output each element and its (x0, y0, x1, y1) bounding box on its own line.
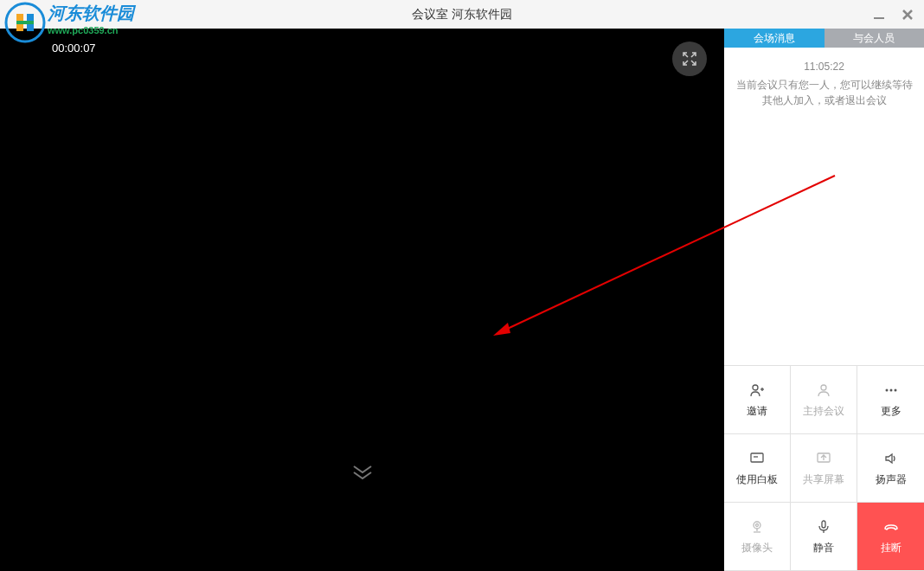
video-area: 00:00:07 (0, 29, 724, 571)
more-button[interactable]: 更多 (857, 366, 924, 434)
svg-rect-6 (16, 21, 34, 24)
mute-button[interactable]: 静音 (791, 503, 857, 571)
watermark: 河东软件园 www.pc0359.cn (4, 2, 134, 43)
share-label: 共享屏幕 (803, 472, 844, 487)
main-area: 00:00:07 会场消息 与会人员 11:05:22 (0, 29, 924, 571)
window-title: 会议室 河东软件园 (412, 7, 512, 22)
expand-handle[interactable] (350, 464, 375, 484)
svg-point-15 (894, 388, 896, 391)
action-grid: 邀请 主持会议 更多 使用白板 (724, 365, 924, 571)
more-label: 更多 (881, 404, 902, 419)
share-screen-icon (815, 450, 832, 467)
whiteboard-icon (748, 450, 766, 467)
call-timer: 00:00:07 (52, 42, 96, 55)
svg-point-20 (756, 523, 759, 526)
host-button[interactable]: 主持会议 (791, 366, 857, 434)
svg-marker-8 (493, 323, 510, 336)
sidebar-tabs: 会场消息 与会人员 (724, 29, 924, 48)
svg-point-19 (754, 522, 760, 529)
camera-button[interactable]: 摄像头 (724, 503, 791, 571)
invite-label: 邀请 (747, 404, 767, 419)
speaker-button[interactable]: 扬声器 (857, 434, 924, 503)
tab-participants[interactable]: 与会人员 (825, 29, 925, 48)
message-timestamp: 11:05:22 (733, 61, 915, 73)
watermark-logo-icon (4, 2, 46, 43)
svg-point-9 (753, 385, 758, 390)
message-text: 当前会议只有您一人，您可以继续等待其他人加入，或者退出会议 (733, 77, 915, 108)
chevron-down-double-icon (350, 464, 375, 481)
watermark-url: www.pc0359.cn (48, 25, 134, 35)
speaker-icon (882, 450, 900, 467)
mute-label: 静音 (813, 541, 834, 555)
whiteboard-button[interactable]: 使用白板 (724, 434, 791, 503)
speaker-label: 扬声器 (876, 472, 907, 487)
host-label: 主持会议 (803, 404, 844, 419)
fullscreen-button[interactable] (672, 42, 707, 76)
titlebar: 会议室 河东软件园 (0, 0, 924, 29)
svg-point-13 (885, 388, 888, 391)
svg-point-12 (821, 385, 826, 390)
hangup-button[interactable]: 挂断 (857, 503, 924, 571)
watermark-title: 河东软件园 (48, 2, 134, 25)
window-controls (871, 7, 915, 22)
more-icon (882, 382, 900, 399)
invite-button[interactable]: 邀请 (724, 366, 791, 434)
share-button[interactable]: 共享屏幕 (791, 434, 857, 503)
hangup-icon (882, 518, 900, 536)
whiteboard-label: 使用白板 (736, 472, 778, 487)
camera-icon (748, 518, 766, 536)
invite-icon (748, 382, 766, 399)
host-icon (815, 382, 832, 399)
minimize-button[interactable] (871, 7, 887, 22)
svg-point-14 (889, 388, 892, 391)
sidebar: 会场消息 与会人员 11:05:22 当前会议只有您一人，您可以继续等待其他人加… (724, 29, 924, 571)
microphone-icon (815, 518, 832, 536)
svg-rect-23 (822, 521, 825, 528)
fullscreen-icon (682, 51, 697, 67)
hangup-label: 挂断 (881, 541, 902, 555)
camera-label: 摄像头 (741, 541, 773, 555)
message-panel: 11:05:22 当前会议只有您一人，您可以继续等待其他人加入，或者退出会议 (724, 48, 924, 365)
tab-messages[interactable]: 会场消息 (724, 29, 825, 48)
close-button[interactable] (900, 7, 915, 22)
svg-rect-16 (751, 453, 763, 462)
